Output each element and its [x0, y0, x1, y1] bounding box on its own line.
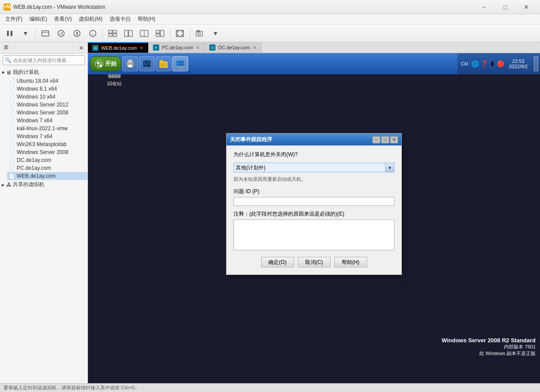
dialog-reason-description: 因为未知原因而重新启动或关机。 — [234, 176, 394, 183]
vm-item-5[interactable]: 📄 Windows 7 x64 — [7, 117, 88, 125]
menu-vm[interactable]: 虚拟机(M) — [75, 15, 106, 24]
taskbar-explorer-program[interactable] — [156, 56, 171, 71]
tray-expand-icon[interactable]: ⬆ — [490, 60, 495, 67]
vm-icon-9: 📄 — [9, 150, 15, 155]
svg-rect-55 — [178, 67, 183, 68]
sidebar-close-button[interactable]: ✕ — [79, 44, 84, 51]
svg-marker-23 — [181, 31, 182, 33]
menu-tab[interactable]: 选项卡(I) — [106, 15, 134, 24]
vm-item-7[interactable]: 📄 Windows 7 x64 — [7, 132, 88, 140]
toolbar-btn-fullscreen[interactable] — [173, 27, 187, 40]
vm-desktop[interactable]: 回收站 关闭事件跟踪程序 − □ ✕ 为什么计算机意外关闭(W)? — [88, 53, 540, 383]
vm-label-5: Windows 7 x64 — [17, 117, 52, 124]
toolbar-btn-8[interactable] — [137, 27, 151, 40]
tab-0[interactable]: W WEB.de1ay.com ✕ — [88, 42, 149, 53]
menu-file[interactable]: 文件(F) — [2, 15, 26, 24]
sidebar-header: 库 ✕ — [0, 42, 88, 54]
tab-label-0: WEB.de1ay.com — [101, 45, 137, 51]
vm-item-11[interactable]: 📄 PC.de1ay.com — [7, 164, 88, 172]
vm-item-10[interactable]: 📄 DC.de1ay.com — [7, 156, 88, 164]
vm-label-4: Windows Server 2008 — [17, 110, 68, 116]
tray-network-icon[interactable]: 🌐 — [471, 60, 479, 67]
content-area: W WEB.de1ay.com ✕ P PC.de1ay.com ✕ D DC.… — [88, 42, 540, 383]
tab-close-2[interactable]: ✕ — [252, 44, 257, 51]
comment-textarea[interactable] — [234, 220, 394, 250]
svg-rect-15 — [129, 30, 132, 37]
vm-item-12[interactable]: 📄 WEB.de1ay.com — [7, 172, 88, 180]
my-computer-folder[interactable]: ▾ 🖥 我的计算机 — [0, 68, 88, 77]
toolbar-snapshot-dropdown[interactable]: ▾ — [208, 27, 223, 40]
close-button[interactable]: ✕ — [516, 1, 536, 13]
dialog-close-button[interactable]: ✕ — [390, 136, 398, 143]
toolbar-separator-4 — [190, 28, 190, 39]
svg-rect-0 — [7, 31, 9, 36]
vm-label-10: DC.de1ay.com — [17, 157, 51, 163]
vm-item-8[interactable]: 📄 Win2K3 Metasploitab — [7, 140, 88, 148]
vm-item-0[interactable]: 📄 Ubuntu 18.04 x64 — [7, 77, 88, 85]
vm-label-11: PC.de1ay.com — [17, 165, 51, 171]
toolbar-btn-4[interactable]: ⬆ — [70, 27, 84, 40]
shutdown-reason-select[interactable]: 其他(计划外) — [234, 163, 386, 172]
start-button[interactable]: 开始 — [90, 56, 121, 71]
tray-lang[interactable]: CH — [459, 60, 470, 67]
problem-id-label: 问题 ID (P) — [234, 188, 394, 195]
toolbar-pause-dropdown[interactable]: ▾ — [18, 27, 33, 40]
taskbar-rdp-program[interactable] — [172, 56, 188, 71]
tray-antivirus-icon[interactable]: 🔴 — [497, 60, 504, 67]
vm-item-9[interactable]: 📄 Windows Server 2008 — [7, 148, 88, 156]
dialog-maximize-button[interactable]: □ — [381, 136, 389, 143]
tray-date: 2022/9/2 — [509, 64, 528, 69]
sidebar-search-box[interactable]: 🔍 — [3, 55, 85, 65]
tab-close-1[interactable]: ✕ — [196, 44, 200, 51]
toolbar-btn-2[interactable] — [38, 27, 52, 40]
dialog-cancel-button[interactable]: 取消(C) — [298, 257, 331, 267]
svg-rect-11 — [113, 30, 117, 33]
problem-id-input[interactable] — [234, 197, 394, 206]
dialog-help-button[interactable]: 帮助(H) — [334, 257, 367, 267]
vm-label-2: Windows 10 x64 — [17, 94, 55, 100]
vm-item-4[interactable]: 📄 Windows Server 2008 — [7, 109, 88, 117]
tab-1[interactable]: P PC.de1ay.com ✕ — [149, 42, 205, 53]
dialog-ok-button[interactable]: 确定(O) — [261, 257, 294, 267]
tray-clock[interactable]: 22:53 2022/9/2 — [506, 59, 530, 69]
menu-help[interactable]: 帮助(H) — [134, 15, 159, 24]
toolbar-btn-snapshot[interactable] — [193, 27, 207, 40]
svg-marker-22 — [177, 31, 179, 33]
svg-text:↺: ↺ — [59, 31, 63, 36]
toolbar-pause-button[interactable] — [3, 27, 17, 40]
svg-point-36 — [97, 62, 99, 64]
minimize-button[interactable]: − — [474, 1, 494, 13]
tab-close-0[interactable]: ✕ — [139, 45, 144, 51]
search-input[interactable] — [13, 58, 75, 63]
toolbar-btn-5[interactable]: ↓ — [86, 27, 100, 40]
svg-rect-53 — [176, 62, 184, 64]
tab-icon-2: D — [209, 44, 215, 51]
maximize-button[interactable]: □ — [495, 1, 515, 13]
vm-item-3[interactable]: 📄 Windows Server 2012 — [7, 101, 88, 109]
watermark-line1: Windows Server 2008 R2 Standard — [441, 337, 536, 344]
vm-item-1[interactable]: 📄 Windows 8.1 x64 — [7, 85, 88, 93]
tab-2[interactable]: D DC.de1ay.com ✕ — [205, 42, 262, 53]
dialog-window-controls: − □ ✕ — [372, 136, 398, 143]
menu-view[interactable]: 查看(V) — [51, 15, 75, 24]
svg-rect-1 — [11, 31, 12, 36]
menu-edit[interactable]: 编辑(E) — [26, 15, 51, 24]
watermark-line3: 此 Windows 副本不是正版 — [441, 350, 536, 357]
dialog-question-text: 为什么计算机意外关闭(W)? — [234, 151, 394, 158]
vm-screen[interactable]: 回收站 关闭事件跟踪程序 − □ ✕ 为什么计算机意外关闭(W)? — [88, 53, 540, 383]
toolbar-btn-9[interactable] — [153, 27, 167, 40]
vm-item-2[interactable]: 📄 Windows 10 x64 — [7, 93, 88, 101]
show-desktop-button[interactable] — [534, 56, 538, 71]
vm-icon-2: 📄 — [9, 94, 15, 100]
toolbar-btn-6[interactable] — [106, 27, 120, 40]
shared-vms-folder[interactable]: ▸ 🖧 共享的虚拟机 — [0, 180, 88, 189]
tray-question-icon[interactable]: ❓ — [481, 60, 488, 67]
windows-watermark: Windows Server 2008 R2 Standard 内部版本 760… — [441, 337, 536, 357]
taskbar-terminal-program[interactable]: C:\_ — [139, 56, 155, 71]
toolbar-btn-3[interactable]: ↺ — [54, 27, 68, 40]
taskbar-printer-program[interactable] — [122, 56, 138, 71]
select-dropdown-arrow[interactable]: ▼ — [386, 163, 394, 172]
toolbar-btn-7[interactable] — [121, 27, 135, 40]
vm-item-6[interactable]: 📄 kali-linux-2022.1-vmw — [7, 125, 88, 132]
dialog-minimize-button[interactable]: − — [372, 136, 380, 143]
